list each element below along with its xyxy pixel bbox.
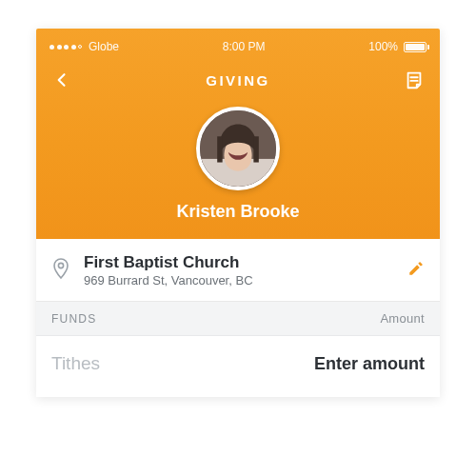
edit-location-button[interactable] [407,260,425,281]
funds-header-label: FUNDS [51,312,96,326]
funds-section-header: FUNDS Amount [36,302,440,336]
signal-dots-icon [50,45,82,50]
location-address: 969 Burrard St, Vancouver, BC [84,273,396,288]
clock-label: 8:00 PM [223,40,266,53]
fund-row: Tithes [36,336,440,397]
fund-name-label: Tithes [51,353,100,374]
funds-header-amount-label: Amount [380,311,425,326]
svg-rect-5 [253,136,258,162]
location-card: First Baptist Church 969 Burrard St, Van… [36,239,440,302]
pencil-icon [407,260,425,277]
location-pin-icon [50,256,72,285]
svg-point-6 [58,263,63,268]
status-bar: Globe 8:00 PM 100% [50,38,426,55]
note-icon [404,69,425,90]
notes-button[interactable] [402,68,426,92]
battery-icon [404,42,426,52]
location-name: First Baptist Church [84,252,396,272]
fund-amount-input[interactable] [204,354,425,374]
svg-rect-4 [217,136,222,162]
avatar-image [200,110,276,187]
page-title: GIVING [206,72,270,89]
chevron-left-icon [52,70,71,89]
avatar[interactable] [196,107,280,190]
back-button[interactable] [50,68,74,92]
battery-pct-label: 100% [368,40,398,53]
carrier-label: Globe [89,40,119,53]
user-name: Kristen Brooke [176,202,299,222]
